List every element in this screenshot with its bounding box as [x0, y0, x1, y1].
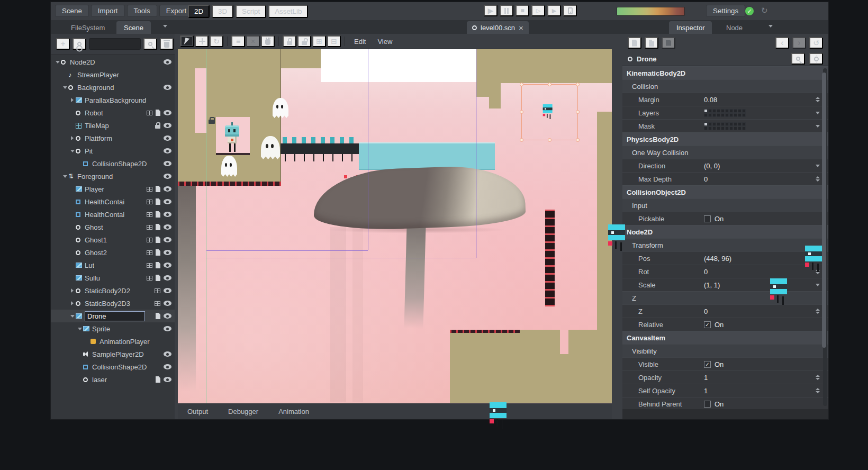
scrollbar-thumb[interactable]: [822, 73, 826, 348]
visibility-toggle[interactable]: [164, 301, 171, 306]
script-icon[interactable]: [156, 262, 160, 268]
lock-button[interactable]: [283, 35, 296, 47]
tree-item-ghost2[interactable]: Ghost2: [51, 246, 175, 259]
visibility-toggle[interactable]: [164, 313, 171, 319]
groups-icon[interactable]: [147, 238, 152, 242]
tree-item-ghost[interactable]: Ghost: [51, 221, 175, 233]
visibility-toggle[interactable]: [164, 326, 171, 331]
tree-item-staticbody2d3[interactable]: StaticBody2D3: [51, 297, 175, 310]
property-value[interactable]: 0.08: [704, 96, 717, 104]
viewport-menu-view[interactable]: View: [372, 37, 397, 47]
property-mask[interactable]: Mask: [622, 119, 828, 132]
tree-item-ghost1[interactable]: Ghost1: [51, 233, 175, 246]
groups-icon[interactable]: [147, 225, 152, 230]
unlink-button[interactable]: ×: [246, 35, 260, 47]
drone-sprite[interactable]: [542, 104, 553, 120]
max-depth-control[interactable]: [816, 176, 820, 182]
property-scale[interactable]: Scale(1, 1): [622, 278, 828, 291]
add-node-button[interactable]: +: [56, 38, 70, 50]
inspector-options-button[interactable]: [809, 53, 823, 65]
new-resource-button[interactable]: [628, 37, 641, 49]
viewport-menu-edit[interactable]: Edit: [349, 37, 371, 47]
tree-expand-arrow[interactable]: [69, 315, 76, 318]
groups-icon[interactable]: [147, 212, 152, 217]
mask-grid[interactable]: [704, 122, 746, 130]
tree-item-lut[interactable]: Lut: [51, 259, 175, 272]
property-value[interactable]: 0: [704, 308, 708, 315]
inspector-search-button[interactable]: [791, 53, 805, 65]
groups-icon[interactable]: [147, 200, 152, 204]
scene-dock-menu-button[interactable]: [163, 25, 167, 28]
relative-checkbox[interactable]: ✓: [704, 321, 711, 328]
visibility-toggle[interactable]: [164, 288, 171, 293]
visibility-toggle[interactable]: [164, 123, 171, 128]
visibility-toggle[interactable]: [164, 224, 171, 230]
tree-item-healthcontai[interactable]: HealthContai: [51, 195, 175, 208]
ungroup-button[interactable]: ⊟: [327, 35, 341, 47]
tree-item-pit[interactable]: Pit: [51, 144, 175, 157]
inspector-dock-menu-button[interactable]: [768, 25, 773, 28]
stop-button[interactable]: ■: [516, 5, 529, 16]
rotate-button[interactable]: ↻: [210, 35, 223, 47]
mode-tab-3d[interactable]: 3D: [212, 5, 233, 18]
self-opacity-control[interactable]: [816, 388, 820, 393]
property-value[interactable]: (0, 0): [704, 162, 720, 170]
tree-item-drone[interactable]: [51, 310, 175, 322]
visibility-toggle[interactable]: [164, 275, 171, 281]
tree-expand-arrow[interactable]: [69, 288, 76, 293]
tree-expand-arrow[interactable]: [76, 328, 83, 330]
tree-item-animationplayer[interactable]: AnimationPlayer: [51, 335, 175, 348]
visibility-toggle[interactable]: [164, 85, 171, 90]
visibility-toggle[interactable]: [164, 364, 171, 369]
play-button[interactable]: ▶: [484, 5, 498, 16]
layers-grid[interactable]: [704, 109, 746, 117]
filter-button[interactable]: [143, 38, 157, 50]
script-icon[interactable]: [156, 110, 160, 116]
script-icon[interactable]: [156, 237, 160, 243]
tab-scene[interactable]: Scene: [116, 21, 151, 34]
z-control[interactable]: [816, 309, 820, 314]
property-pos[interactable]: Pos(448, 96): [622, 251, 828, 265]
visibility-toggle[interactable]: [164, 174, 171, 179]
menu-tools[interactable]: Tools: [127, 5, 157, 17]
tree-item-sampleplayer2d[interactable]: SamplePlayer2D: [51, 348, 175, 360]
property-behind-parent[interactable]: Behind ParentOn: [622, 397, 828, 409]
pause-button[interactable]: [500, 5, 513, 16]
visibility-toggle[interactable]: [164, 250, 171, 255]
tree-expand-arrow[interactable]: [54, 61, 61, 64]
margin-control[interactable]: [816, 97, 820, 102]
script-icon[interactable]: [156, 249, 160, 256]
save-resource-button[interactable]: [662, 37, 675, 49]
script-icon[interactable]: [156, 198, 160, 205]
tree-item-node2d[interactable]: Node2D: [51, 56, 175, 68]
tree-item-sullu[interactable]: Sullu: [51, 272, 175, 284]
tree-item-sprite[interactable]: Sprite: [51, 322, 175, 335]
script-icon[interactable]: [156, 313, 160, 319]
direction-control[interactable]: [816, 165, 820, 167]
unlock-button[interactable]: [297, 35, 311, 47]
visibility-toggle[interactable]: [164, 186, 171, 192]
group-button[interactable]: ⊞: [312, 35, 326, 47]
property-relative[interactable]: Relative✓On: [622, 318, 828, 331]
script-icon[interactable]: [156, 224, 160, 230]
scene-file-tab[interactable]: level00.scn ×: [467, 21, 529, 34]
visibility-toggle[interactable]: [164, 199, 171, 204]
property-value[interactable]: (1, 1): [704, 281, 720, 289]
tree-item-staticbody2d2[interactable]: StaticBody2D2: [51, 284, 175, 297]
play-custom-scene-button[interactable]: ▶: [547, 5, 561, 16]
tree-item-background[interactable]: Background: [51, 81, 175, 94]
visibility-toggle[interactable]: [164, 161, 171, 166]
viewport-canvas[interactable]: [178, 49, 612, 403]
groups-icon[interactable]: [147, 276, 152, 281]
visibility-toggle[interactable]: [164, 263, 171, 268]
load-resource-button[interactable]: [645, 37, 658, 49]
tab-output[interactable]: Output: [184, 407, 211, 416]
property-pickable[interactable]: PickableOn: [622, 212, 828, 225]
property-value[interactable]: 1: [704, 387, 708, 395]
visibility-toggle[interactable]: [164, 59, 171, 65]
history-forward-button[interactable]: ›: [792, 37, 806, 49]
play-scene-button[interactable]: ▷: [531, 5, 545, 16]
move-button[interactable]: [195, 35, 209, 47]
script-icon[interactable]: [156, 376, 160, 383]
tree-expand-arrow[interactable]: [61, 86, 68, 89]
